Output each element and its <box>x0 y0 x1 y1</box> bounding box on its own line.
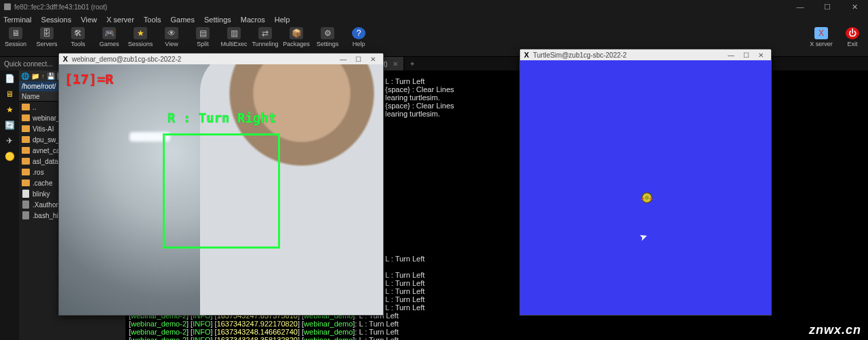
tool-tunneling[interactable]: ⇄Tunneling <box>250 26 281 47</box>
overlay-gesture-label: R : Turn Right <box>167 110 276 125</box>
exit-icon: ⏻ <box>846 27 859 39</box>
menu-terminal[interactable]: Terminal <box>3 16 32 24</box>
tool-packages[interactable]: 📦Packages <box>281 26 312 47</box>
menu-macros[interactable]: Macros <box>241 16 265 24</box>
maximize-button[interactable]: ☐ <box>351 56 366 63</box>
folder-icon <box>22 158 30 165</box>
turtlesim-canvas[interactable]: ➤ <box>520 60 771 315</box>
app-icon <box>4 3 11 10</box>
tool-xserver[interactable]: XX server <box>806 26 837 47</box>
terminal-line: learing turtlesim. <box>385 93 440 102</box>
turtle-icon <box>639 190 654 205</box>
help-icon: ? <box>352 27 366 39</box>
app-titlebar: fe80::fec2:3dff:fe43:1b01 (root) — ☐ ✕ <box>0 0 868 14</box>
tool-help[interactable]: ?Help <box>343 26 374 47</box>
xserver-icon: X <box>814 27 828 39</box>
tools-icon: 🛠 <box>71 27 85 39</box>
turtlesim-window-title: TurtleSim@zub1cg-sbc-2022-2 <box>533 51 627 59</box>
maximize-button[interactable]: ☐ <box>814 3 841 12</box>
tool-exit[interactable]: ⏻Exit <box>837 26 868 47</box>
nav-up-icon[interactable]: ↑ <box>41 72 45 80</box>
tool-servers[interactable]: 🗄Servers <box>31 26 62 47</box>
camera-window[interactable]: X webinar_demo@zub1cg-sbc-2022-2 — ☐ ✕ [… <box>58 53 384 316</box>
tool-split[interactable]: ▤Split <box>187 26 218 47</box>
packages-icon: 📦 <box>290 27 303 39</box>
watermark: znwx.cn <box>809 323 861 337</box>
file-icon <box>22 200 29 209</box>
terminal-line: L : Turn Left <box>385 303 425 312</box>
x11-icon: X <box>523 51 530 59</box>
split-icon: ▤ <box>196 27 210 39</box>
menu-help[interactable]: Help <box>275 16 290 24</box>
servers-icon: 🗄 <box>40 27 54 39</box>
folder-icon <box>22 104 30 110</box>
terminal-line: {space} : Clear Lines <box>385 102 454 110</box>
turtlesim-window[interactable]: X TurtleSim@zub1cg-sbc-2022-2 — ☐ ✕ ➤ <box>519 49 772 316</box>
tunneling-icon: ⇄ <box>258 27 272 39</box>
side-icon-2[interactable]: 🖥 <box>3 87 16 101</box>
side-icon-3[interactable]: ★ <box>3 103 16 116</box>
folder-icon <box>22 136 30 143</box>
terminal-log-line: [webinar_demo-2] [INFO] [1637343247.9221… <box>129 320 399 328</box>
menu-sessions[interactable]: Sessions <box>41 16 72 24</box>
camera-window-title: webinar_demo@zub1cg-sbc-2022-2 <box>72 56 181 63</box>
camera-window-titlebar[interactable]: X webinar_demo@zub1cg-sbc-2022-2 — ☐ ✕ <box>59 54 383 64</box>
close-button[interactable]: ✕ <box>753 51 768 59</box>
games-icon: 🎮 <box>102 27 116 39</box>
menu-settings[interactable]: Settings <box>204 16 231 24</box>
detection-bbox <box>163 133 280 249</box>
menu-tools[interactable]: Tools <box>144 16 161 24</box>
tool-settings[interactable]: ⚙Settings <box>312 26 343 47</box>
terminal-line: L : Turn Left <box>385 295 425 303</box>
terminal-line: {space} : Clear Lines <box>385 85 454 93</box>
folder-icon <box>22 114 30 121</box>
folder-icon <box>22 179 30 186</box>
terminal-line: L : Turn Left <box>385 287 425 295</box>
folder-icon <box>22 169 30 175</box>
terminal-line: L : Turn Left <box>385 271 425 279</box>
gear-icon: ⚙ <box>321 27 334 39</box>
side-icon-4[interactable]: 🔄 <box>3 119 16 132</box>
terminal-log-line: [webinar_demo-2] [INFO] [1637343248.1466… <box>129 328 399 336</box>
folder-icon <box>22 147 30 154</box>
tool-view[interactable]: 👁View <box>156 26 187 47</box>
x11-icon: X <box>62 56 69 63</box>
menubar: Terminal Sessions View X server Tools Ga… <box>0 14 868 26</box>
menu-xserver[interactable]: X server <box>106 16 134 24</box>
close-button[interactable]: ✕ <box>841 3 868 12</box>
nav-disk-icon[interactable]: 💾 <box>47 72 55 80</box>
terminal-log-line: [webinar_demo-2] [INFO] [1637343248.3581… <box>129 336 399 340</box>
side-icon-1[interactable]: 📄 <box>3 72 16 85</box>
minimize-button[interactable]: — <box>787 3 814 12</box>
side-icon-5[interactable]: ✈ <box>3 134 16 148</box>
star-icon: ★ <box>134 27 147 39</box>
multiexec-icon: ▥ <box>227 27 241 39</box>
close-button[interactable]: ✕ <box>366 56 380 63</box>
tool-tools[interactable]: 🛠Tools <box>62 26 94 47</box>
menu-games[interactable]: Games <box>171 16 195 24</box>
terminal-line: L : Turn Left <box>385 279 425 287</box>
tab-add-button[interactable]: ＋ <box>404 57 420 70</box>
eye-icon: 👁 <box>165 27 178 39</box>
nav-globe-icon[interactable]: 🌐 <box>21 72 29 80</box>
folder-icon <box>22 125 30 132</box>
terminal-line: L : Turn Left <box>385 77 425 85</box>
tool-sessions[interactable]: ★Sessions <box>125 26 156 47</box>
svg-point-1 <box>645 196 649 200</box>
side-iconbar: 📄 🖥 ★ 🔄 ✈ 🟡 <box>0 70 19 340</box>
close-icon[interactable]: ✕ <box>393 60 398 68</box>
tool-session[interactable]: 🖥Session <box>0 26 31 47</box>
tool-multiexec[interactable]: ▥MultiExec <box>218 26 250 47</box>
terminal-line: L : Turn Left <box>385 255 425 263</box>
tool-games[interactable]: 🎮Games <box>94 26 125 47</box>
turtlesim-window-titlebar[interactable]: X TurtleSim@zub1cg-sbc-2022-2 — ☐ ✕ <box>520 49 771 60</box>
nav-folder-icon[interactable]: 📁 <box>31 72 39 80</box>
maximize-button[interactable]: ☐ <box>738 51 753 59</box>
side-icon-6[interactable]: 🟡 <box>3 150 16 163</box>
overlay-frame-index: [17]=R <box>64 71 113 87</box>
menu-view[interactable]: View <box>81 16 97 24</box>
minimize-button[interactable]: — <box>724 51 738 59</box>
cursor-icon: ➤ <box>638 230 650 242</box>
file-icon <box>22 211 29 219</box>
minimize-button[interactable]: — <box>336 56 351 63</box>
